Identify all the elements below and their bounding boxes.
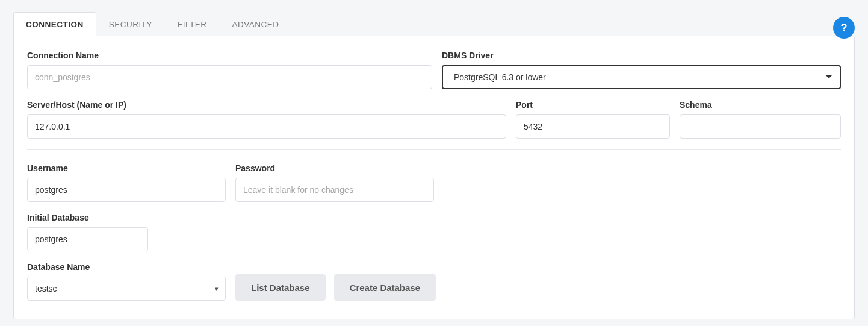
connection-name-input[interactable]: [27, 65, 432, 89]
connection-name-label: Connection Name: [27, 51, 432, 60]
database-name-input[interactable]: [27, 277, 226, 301]
connection-panel: Connection Name DBMS Driver PostgreSQL 6…: [13, 36, 855, 319]
initial-database-label: Initial Database: [27, 213, 148, 222]
schema-label: Schema: [680, 100, 841, 110]
username-input[interactable]: [27, 178, 226, 202]
tab-advanced[interactable]: ADVANCED: [220, 12, 292, 36]
list-database-button[interactable]: List Database: [235, 274, 326, 301]
username-label: Username: [27, 163, 226, 173]
server-host-label: Server/Host (Name or IP): [27, 100, 506, 110]
schema-input[interactable]: [680, 114, 841, 139]
server-host-input[interactable]: [27, 114, 506, 139]
password-label: Password: [235, 163, 434, 173]
port-label: Port: [516, 100, 670, 110]
divider: [27, 149, 841, 150]
tab-filter[interactable]: FILTER: [165, 12, 220, 36]
create-database-button[interactable]: Create Database: [334, 274, 436, 301]
dbms-driver-select[interactable]: PostgreSQL 6.3 or lower: [442, 65, 841, 89]
password-input[interactable]: [235, 178, 434, 202]
tab-security[interactable]: SECURITY: [96, 12, 165, 36]
initial-database-input[interactable]: [27, 227, 148, 251]
tab-bar: CONNECTION SECURITY FILTER ADVANCED: [13, 12, 855, 36]
tab-connection[interactable]: CONNECTION: [13, 12, 96, 36]
database-name-label: Database Name: [27, 262, 226, 272]
dbms-driver-label: DBMS Driver: [442, 51, 841, 60]
port-input[interactable]: [516, 114, 670, 139]
